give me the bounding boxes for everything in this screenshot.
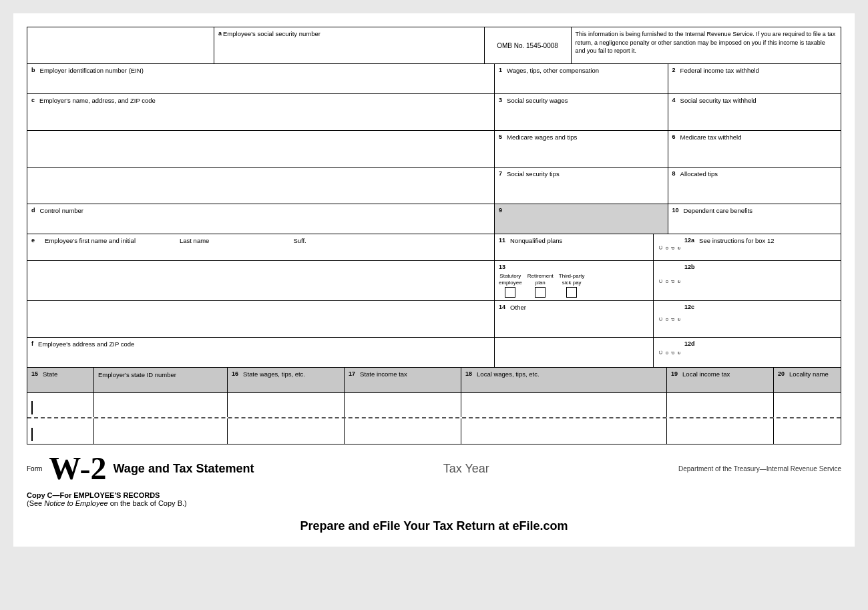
dept-label: Department of the Treasury—Internal Reve… [678,465,841,473]
checkbox-statutory-box[interactable] [505,287,515,298]
row-other: 14 Other Code 12c [27,301,841,338]
cell-employer-cont1 [27,131,495,167]
field-e-first: Employee's first name and initial [45,237,136,244]
cell-box3: 3 Social security wages [495,94,668,130]
box5-num: 5 [499,133,502,140]
box8-text: Allocated tips [680,170,718,178]
box12b-num: 12b [684,264,695,270]
cell-state-data2-local-income [667,418,774,444]
box16-num: 16 [232,370,238,377]
form-w2-title: W-2 [49,452,106,485]
checkbox-retirement-box[interactable] [535,287,546,298]
field-d-text: Control number [40,207,83,214]
field-c-text: Employer's name, address, and ZIP code [39,97,156,104]
cell-box14: 14 Other [495,301,654,337]
box12b-content: 12b [684,264,837,298]
field-a-label: a [218,30,222,37]
cell-blank-left [27,27,214,63]
box3-num: 3 [499,97,502,103]
row-employer-name: c Employer's name, address, and ZIP code… [27,94,841,131]
box7-num: 7 [499,170,502,177]
state-bar1 [31,401,33,414]
cell-box11: 11 Nonqualified plans [495,234,654,260]
copy-c: Copy C—For EMPLOYEE'S RECORDS (See Notic… [27,491,841,507]
cell-box7: 7 Social security tips [495,168,668,204]
omb-text: OMB No. 1545-0008 [497,42,558,49]
page-wrapper: a Employee's social security number OMB … [13,13,855,547]
box19-text: Local income tax [682,370,730,378]
field-f-text: Employee's address and ZIP code [38,340,134,348]
cell-state-data2-wages [228,418,345,444]
checkbox-statutory-label: Statutory employee [499,273,522,286]
cell-state-data2-id [94,418,228,444]
cell-state-data1-local-wages [461,393,667,417]
box6-text: Medicare tax withheld [680,133,742,141]
state-line1 [31,401,35,414]
form-footer: Form W-2 Wage and Tax Statement Tax Year… [27,444,841,487]
cell-employer-cont2 [27,168,495,204]
copy-c-end: on the back of Copy B.) [108,499,187,507]
cell-state-data2-local-wages [461,418,667,444]
box18-num: 18 [465,370,472,377]
cell-name-cont2 [27,301,495,337]
cell-state-data2-income [345,418,461,444]
cell-omb: OMB No. 1545-0008 [485,27,572,63]
checkbox-thirdparty: Third-party sick pay [559,273,585,298]
box15-num: 15 [31,370,38,377]
copy-c-italic: Notice to Employee [44,499,107,507]
field-f-label: f [31,340,33,347]
box10-text: Dependent care benefits [684,207,753,214]
box14-text: Other [510,304,526,311]
cell-box1: 1 Wages, tips, other compensation [495,64,668,93]
cell-empty [495,338,654,367]
row-checkboxes: 13 Statutory employee Retirement plan Th… [27,261,841,301]
cell-box2: 2 Federal income tax withheld [668,64,841,93]
cell-state-data1-locality [774,393,841,417]
cell-box12b: Code 12b [654,261,841,300]
box1-num: 1 [499,67,502,73]
box15b-text: Employer's state ID number [98,371,176,378]
box6-num: 6 [672,133,676,140]
cell-state-id-label: Employer's state ID number [94,368,228,392]
box4-text: Social security tax withheld [680,97,756,104]
row-employer-cont2: 7 Social security tips 8 Allocated tips [27,168,841,204]
box18-text: Local wages, tips, etc. [477,370,539,378]
box11-num: 11 [499,237,505,244]
box14-num: 14 [499,304,505,310]
cell-control: d Control number [27,204,495,234]
cell-local-income-label: 19 Local income tax [667,368,774,392]
cell-box6: 6 Medicare tax withheld [668,131,841,167]
cell-ssn: a Employee's social security number [214,27,485,63]
copy-c-bold: Copy C—For EMPLOYEE'S RECORDS [27,491,160,499]
row-control: d Control number 9 10 Dependent care ben… [27,204,841,234]
box17-num: 17 [349,370,355,377]
cell-state-data1-id [94,393,228,417]
box11-text: Nonqualified plans [510,237,562,244]
form-subtitle: Wage and Tax Statement [114,462,254,476]
state-bar2 [31,428,33,441]
field-b-text: Employer identification number (EIN) [40,67,144,74]
field-e-label: e [31,237,35,244]
checkbox-retirement-label: Retirement plan [527,273,554,286]
cell-info: This information is being furnished to t… [572,27,841,63]
box12a-content: 12a See instructions for box 12 [684,237,837,258]
cell-name-cont1 [27,261,495,300]
checkbox-thirdparty-box[interactable] [566,287,577,298]
field-e-suff: Suff. [293,237,306,244]
box12b-code-label: Code [658,278,682,283]
row-header: a Employee's social security number OMB … [27,27,841,64]
box3-text: Social security wages [507,97,568,104]
checkbox-retirement: Retirement plan [527,273,554,298]
prepare-banner: Prepare and eFile Your Tax Return at eFi… [27,519,841,533]
box15-text: State [43,370,57,378]
cell-state-data1-wages [228,393,345,417]
row-employee-name: e Employee's first name and initial Last… [27,234,841,261]
box16-text: State wages, tips, etc. [243,370,305,378]
cell-state-data1-income [345,393,461,417]
row-address: f Employee's address and ZIP code Code 1… [27,338,841,368]
row-state-header: 15 State Employer's state ID number 16 S… [27,368,841,393]
box12c-num: 12c [684,304,694,310]
box7-text: Social security tips [507,170,560,178]
field-d-label: d [31,207,35,214]
box12a-code: Code [658,237,682,258]
